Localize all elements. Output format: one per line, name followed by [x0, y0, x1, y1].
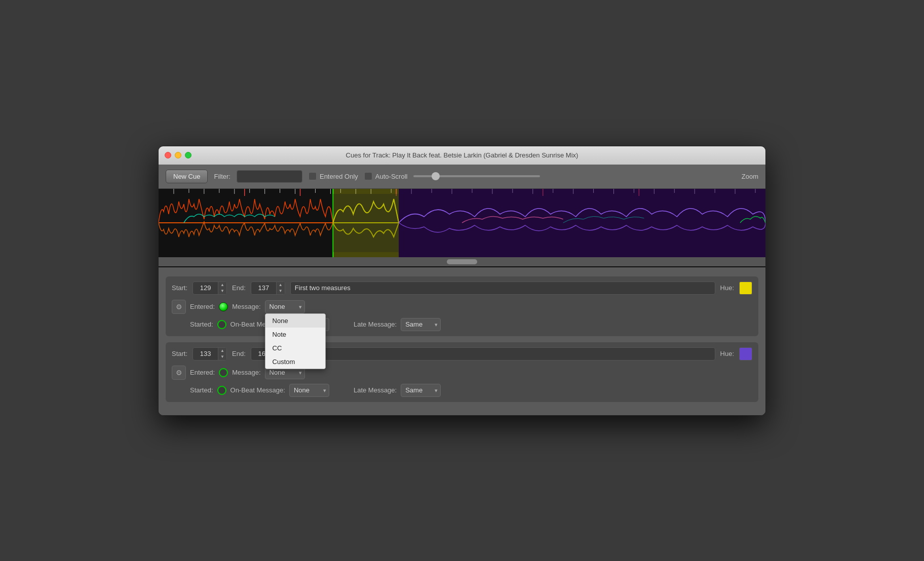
cue2-controls-row1: ⚙ Entered: Message: None Note CC Custom — [172, 366, 752, 380]
cue1-end-label: End: — [232, 284, 246, 292]
cue1-start-up[interactable]: ▲ — [218, 282, 226, 288]
maximize-button[interactable] — [185, 152, 191, 158]
message-dropdown-popup: None Note CC Custom — [265, 313, 326, 369]
waveform-scrollbar[interactable] — [159, 257, 765, 266]
auto-scroll-checkbox[interactable] — [364, 172, 372, 180]
cue2-onbeat-select[interactable]: None Note CC Custom — [289, 384, 329, 397]
cue2-onbeat-select-wrapper: None Note CC Custom — [289, 384, 329, 397]
cue2-hue-swatch[interactable] — [739, 347, 752, 360]
cue2-entered-led[interactable] — [219, 368, 228, 377]
titlebar: Cues for Track: Play It Back feat. Betsi… — [159, 146, 765, 165]
cue2-start-up[interactable]: ▲ — [218, 348, 226, 354]
cue2-onbeat-label: On-Beat Message: — [230, 386, 285, 394]
cue2-latemsg-select-wrapper: Same None Note CC Custom — [401, 384, 441, 397]
cue1-hue-label: Hue: — [720, 284, 734, 292]
waveform-display — [159, 189, 765, 257]
cue1-message-select-wrapper: None Note CC Custom None Note CC Custom — [265, 300, 305, 313]
cue1-start-value: 129 — [193, 284, 218, 292]
waveform-svg — [159, 189, 765, 257]
cue1-end-down[interactable]: ▼ — [277, 288, 285, 294]
dropdown-item-custom[interactable]: Custom — [265, 355, 325, 369]
cue2-start-label: Start: — [172, 350, 187, 357]
cue1-start-label: Start: — [172, 284, 187, 292]
auto-scroll-label: Auto-Scroll — [375, 173, 408, 180]
entered-only-group: Entered Only — [309, 172, 358, 180]
cue2-start-arrows: ▲ ▼ — [218, 348, 226, 360]
cue1-name-input[interactable] — [290, 282, 715, 295]
cue1-message-select[interactable]: None Note CC Custom — [265, 300, 305, 313]
window-title: Cues for Track: Play It Back feat. Betsi… — [346, 151, 579, 159]
cue1-message-label: Message: — [232, 303, 260, 310]
cue1-end-arrows: ▲ ▼ — [276, 282, 285, 294]
svg-rect-42 — [399, 189, 765, 257]
cue1-start-arrows: ▲ ▼ — [218, 282, 226, 294]
traffic-lights — [165, 152, 191, 158]
content-area: Start: 129 ▲ ▼ End: 137 ▲ ▼ — [159, 267, 765, 415]
cue2-started-led[interactable] — [217, 386, 226, 395]
cue2-end-label: End: — [232, 350, 246, 357]
scroll-thumb[interactable] — [447, 259, 477, 264]
cue-row-2: Start: 133 ▲ ▼ End: 165 ▲ ▼ — [166, 342, 758, 402]
cue2-latemsg-select[interactable]: Same None Note CC Custom — [401, 384, 441, 397]
entered-only-checkbox[interactable] — [309, 172, 317, 180]
cue2-message-label: Message: — [232, 369, 260, 376]
cue1-end-value: 137 — [251, 284, 276, 292]
dropdown-item-none[interactable]: None — [265, 314, 325, 328]
cue1-hue-swatch[interactable] — [739, 282, 752, 295]
cue1-end-spinbox[interactable]: 137 ▲ ▼ — [251, 282, 285, 295]
filter-input[interactable] — [237, 170, 302, 183]
new-cue-button[interactable]: New Cue — [166, 170, 208, 183]
cue1-entered-led[interactable] — [219, 302, 228, 311]
cue1-end-up[interactable]: ▲ — [277, 282, 285, 288]
close-button[interactable] — [165, 152, 171, 158]
dropdown-item-cc[interactable]: CC — [265, 341, 325, 355]
cue2-latemsg-label: Late Message: — [354, 386, 397, 394]
cue2-start-value: 133 — [193, 350, 218, 357]
cue1-controls-row1: ⚙ Entered: Message: None Note CC Custom … — [172, 300, 752, 314]
cue-row-1: Start: 129 ▲ ▼ End: 137 ▲ ▼ — [166, 276, 758, 336]
cue2-controls-row2: Started: On-Beat Message: None Note CC C… — [172, 384, 752, 397]
cue2-start-down[interactable]: ▼ — [218, 354, 226, 360]
minimize-button[interactable] — [175, 152, 181, 158]
cue1-controls-row2: Started: On-Beat Message: None Note CC C… — [172, 318, 752, 331]
cue1-entered-label: Entered: — [190, 303, 215, 310]
cue2-entered-label: Entered: — [190, 369, 215, 376]
cue2-settings-button[interactable]: ⚙ — [172, 366, 186, 380]
filter-label: Filter: — [214, 173, 230, 180]
cue1-latemsg-label: Late Message: — [354, 320, 397, 328]
cue2-start-spinbox[interactable]: 133 ▲ ▼ — [192, 347, 227, 360]
cue2-started-label: Started: — [190, 386, 213, 394]
main-window: Cues for Track: Play It Back feat. Betsi… — [158, 146, 766, 416]
cue1-started-label: Started: — [190, 320, 213, 328]
entered-only-label: Entered Only — [320, 173, 358, 180]
cue2-header: Start: 133 ▲ ▼ End: 165 ▲ ▼ — [172, 347, 752, 360]
zoom-label: Zoom — [742, 173, 758, 180]
dropdown-item-note[interactable]: Note — [265, 328, 325, 341]
cue1-header: Start: 129 ▲ ▼ End: 137 ▲ ▼ — [172, 282, 752, 295]
cue1-latemsg-select[interactable]: Same None Note CC Custom — [401, 318, 441, 331]
cue1-settings-button[interactable]: ⚙ — [172, 300, 186, 314]
cue1-start-spinbox[interactable]: 129 ▲ ▼ — [192, 282, 227, 295]
waveform-container[interactable] — [159, 189, 765, 267]
cue1-started-led[interactable] — [217, 320, 226, 329]
cue2-hue-label: Hue: — [720, 350, 734, 357]
toolbar: New Cue Filter: Entered Only Auto-Scroll… — [159, 165, 765, 189]
cue1-start-down[interactable]: ▼ — [218, 288, 226, 294]
zoom-slider[interactable] — [413, 175, 540, 177]
cue2-name-input[interactable] — [290, 347, 715, 360]
cue1-latemsg-select-wrapper: Same None Note CC Custom — [401, 318, 441, 331]
auto-scroll-group: Auto-Scroll — [364, 172, 408, 180]
